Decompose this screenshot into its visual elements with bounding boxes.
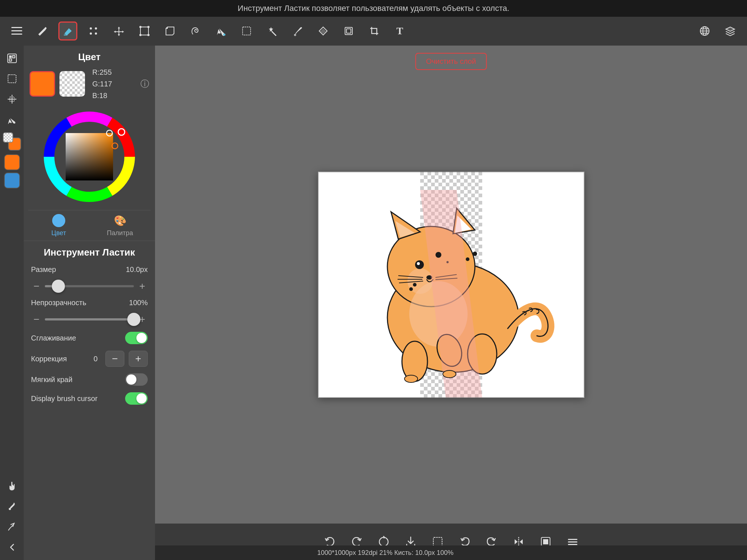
secondary-color-swatch[interactable] [4,172,20,188]
svg-rect-80 [568,541,577,542]
palette-tab[interactable]: 🎨 Палитра [89,210,151,241]
select-brush-icon[interactable] [84,22,103,40]
pen-tool-icon[interactable] [288,22,307,40]
palette-tab-label: Палитра [107,229,133,237]
rgb-values: R:255 G:117 B:18 [92,66,112,101]
top-info-text: Инструмент Ластик позволяет пользователя… [238,4,510,13]
svg-rect-79 [568,539,577,540]
canvas-frame[interactable] [318,172,584,398]
palette-tab-icon: 🎨 [113,214,127,227]
soft-edge-label: Мягкий край [31,376,125,384]
soft-edge-toggle[interactable] [125,373,148,386]
clear-layer-button[interactable]: Очистить слой [415,53,487,70]
pencil-icon[interactable] [33,22,52,40]
svg-point-10 [139,34,142,36]
selection-icon[interactable] [3,70,21,88]
correction-minus-btn[interactable]: − [105,351,124,367]
info-icon[interactable]: ⓘ [140,78,149,90]
size-value: 10.0px [126,265,148,274]
display-brush-cursor-toggle[interactable] [125,392,148,405]
color-preview-row: R:255 G:117 B:18 ⓘ [24,66,155,106]
eraser-active-icon[interactable] [58,22,77,40]
color-panel-title: Цвет [24,46,155,66]
display-brush-cursor-knob [136,393,147,404]
opacity-track[interactable] [45,318,134,320]
back-icon[interactable] [3,538,21,556]
smoothing-knob [136,333,147,343]
lasso-icon[interactable] [186,22,205,40]
correction-row: Коррекция 0 − + [31,351,148,367]
svg-rect-25 [12,55,15,58]
guides-icon[interactable] [3,90,21,108]
size-plus[interactable]: + [137,280,148,292]
side-panel: Цвет R:255 G:117 B:18 ⓘ [24,46,155,560]
layers-stack-icon[interactable] [721,22,740,40]
color-tab[interactable]: Цвет [28,210,89,241]
opacity-slider[interactable]: − + [31,314,148,325]
svg-rect-0 [11,27,22,28]
color-wheel-container[interactable] [24,106,155,210]
eyedropper-icon[interactable] [3,497,21,516]
rectangle-select-icon[interactable] [237,22,256,40]
brush-tool-icon[interactable] [3,110,21,129]
color-swatch-area[interactable] [3,132,21,151]
color-wheel[interactable] [42,109,137,204]
display-brush-cursor-label: Display brush cursor [31,394,125,403]
primary-color-swatch[interactable] [30,71,55,97]
globe-icon[interactable] [695,22,714,40]
opacity-minus[interactable]: − [31,314,42,325]
svg-point-73 [466,257,469,261]
secondary-color-swatch-panel[interactable] [59,71,85,97]
svg-point-54 [417,262,420,265]
size-thumb[interactable] [52,280,65,293]
size-track[interactable] [45,285,134,287]
svg-rect-81 [568,544,577,545]
opacity-thumb[interactable] [127,313,140,326]
layers-icon[interactable] [339,22,358,40]
opacity-fill [45,318,134,320]
svg-point-15 [294,34,296,36]
smoothing-row: Сглаживание [31,332,148,344]
soft-edge-row: Мягкий край [31,373,148,386]
color-tabs: Цвет 🎨 Палитра [28,210,151,241]
svg-point-72 [473,252,477,256]
svg-point-69 [436,252,441,258]
magic-wand-icon[interactable] [263,22,282,40]
layers-panel-icon[interactable] [3,49,21,67]
size-minus[interactable]: − [31,280,42,292]
cat-drawing [318,172,584,398]
active-color-swatch[interactable] [4,154,20,170]
svg-point-4 [95,27,97,30]
move-icon[interactable] [109,22,128,40]
smoothing-label: Сглаживание [31,334,125,342]
transform-icon[interactable] [135,22,154,40]
crop-icon[interactable] [365,22,384,40]
svg-point-6 [95,32,97,35]
opacity-value: 100% [129,299,148,307]
gradient-icon[interactable] [314,22,333,40]
svg-point-9 [147,26,150,28]
fill-icon[interactable] [212,22,231,40]
svg-rect-2 [11,34,22,35]
left-toolbar [0,46,24,560]
svg-rect-24 [9,55,12,58]
menu-icon[interactable] [7,22,26,40]
svg-point-67 [405,375,418,382]
correction-plus-btn[interactable]: + [129,351,148,367]
svg-point-5 [90,32,92,35]
text-icon[interactable]: T [390,22,409,40]
status-text: 1000*1000px 192dpi 21% Кисть: 10.0px 100… [317,549,453,557]
svg-point-31 [9,508,11,510]
svg-rect-27 [8,75,16,83]
size-slider[interactable]: − + [31,280,148,292]
svg-line-14 [272,31,276,36]
hand-tool-icon[interactable] [3,477,21,495]
opacity-label: Непрозрачность [31,299,86,307]
svg-point-71 [409,287,413,291]
svg-point-53 [415,260,424,269]
tool-settings-title: Инструмент Ластик [31,247,148,258]
correction-value: 0 [90,355,101,363]
smoothing-toggle[interactable] [125,332,148,344]
share-icon[interactable] [3,518,21,536]
free-transform-icon[interactable] [160,22,179,40]
